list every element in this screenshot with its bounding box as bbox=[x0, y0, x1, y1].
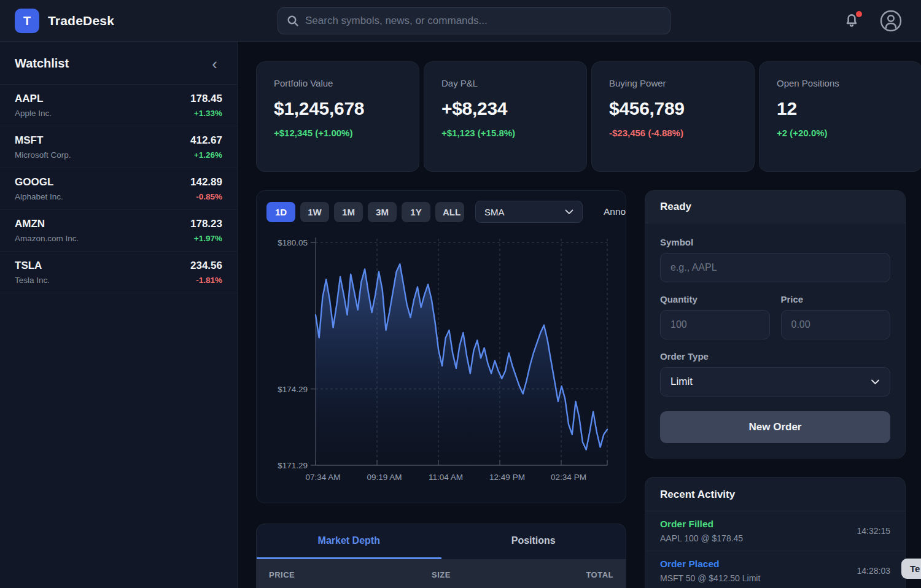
price: 178.45 bbox=[190, 93, 222, 105]
watchlist-row-aapl[interactable]: AAPL Apple Inc. 178.45 +1.33% bbox=[0, 85, 237, 126]
global-search[interactable] bbox=[278, 7, 670, 34]
stat-label: Portfolio Value bbox=[274, 78, 402, 88]
price-input[interactable] bbox=[781, 310, 891, 339]
company-name: Amazon.com Inc. bbox=[15, 234, 79, 243]
price-label: Price bbox=[781, 294, 891, 304]
timeframe-button-1d[interactable]: 1D bbox=[266, 202, 295, 222]
notification-dot bbox=[856, 11, 862, 17]
timeframe-button-1y[interactable]: 1Y bbox=[402, 202, 430, 222]
chart-toolbar: 1D 1W 1M 3M 1Y ALL SMA Annotate bbox=[266, 201, 616, 223]
symbol-input[interactable] bbox=[660, 253, 890, 282]
column-total: TOTAL bbox=[499, 570, 613, 579]
activity-time: 14:28:03 bbox=[857, 566, 891, 576]
toast-notification[interactable]: Te bbox=[901, 559, 921, 579]
new-order-button[interactable]: New Order bbox=[660, 411, 890, 443]
svg-text:12:49 PM: 12:49 PM bbox=[489, 473, 525, 482]
recent-activity-card: Recent Activity Order Filled AAPL 100 @ … bbox=[645, 477, 906, 588]
app-title: TradeDesk bbox=[48, 14, 114, 28]
order-type-value: Limit bbox=[670, 376, 693, 388]
svg-text:09:19 AM: 09:19 AM bbox=[367, 473, 402, 482]
notifications-button[interactable] bbox=[844, 12, 861, 30]
search-icon bbox=[287, 15, 299, 27]
stat-card-portfolio-value: Portfolio Value $1,245,678 +$12,345 (+1.… bbox=[256, 61, 419, 172]
column-size: SIZE bbox=[384, 570, 499, 579]
indicator-select[interactable]: SMA bbox=[475, 201, 583, 223]
timeframe-button-3m[interactable]: 3M bbox=[368, 202, 397, 222]
stat-label: Open Positions bbox=[777, 78, 904, 88]
ticker-symbol: MSFT bbox=[15, 134, 71, 147]
stat-value: +$8,234 bbox=[441, 98, 569, 119]
company-name: Alphabet Inc. bbox=[15, 192, 63, 201]
change-percent: +1.26% bbox=[190, 150, 222, 160]
tab-positions[interactable]: Positions bbox=[441, 524, 626, 559]
activity-row-order-placed[interactable]: Order Placed MSFT 50 @ $412.50 Limit 14:… bbox=[645, 551, 905, 588]
change-percent: +1.33% bbox=[190, 109, 222, 118]
chevron-down-icon bbox=[871, 379, 880, 385]
order-status: Ready bbox=[645, 191, 905, 223]
bottom-tabs: Market Depth Positions bbox=[257, 524, 626, 559]
timeframe-button-1w[interactable]: 1W bbox=[300, 202, 329, 222]
main-content: Portfolio Value $1,245,678 +$12,345 (+1.… bbox=[238, 42, 921, 588]
depth-table-header: PRICE SIZE TOTAL bbox=[257, 559, 626, 588]
timeframe-button-1m[interactable]: 1M bbox=[334, 202, 363, 222]
stat-card-open-positions: Open Positions 12 +2 (+20.0%) bbox=[759, 61, 921, 172]
symbol-label: Symbol bbox=[660, 237, 890, 247]
order-type-select[interactable]: Limit bbox=[660, 367, 890, 397]
svg-text:$171.29: $171.29 bbox=[278, 461, 308, 470]
price: 234.56 bbox=[190, 260, 222, 272]
stats-row: Portfolio Value $1,245,678 +$12,345 (+1.… bbox=[256, 61, 921, 172]
svg-text:07:34 AM: 07:34 AM bbox=[305, 473, 340, 482]
collapse-sidebar-icon[interactable]: ‹ bbox=[207, 58, 222, 69]
svg-text:$174.29: $174.29 bbox=[278, 385, 308, 394]
stat-label: Buying Power bbox=[609, 78, 737, 88]
change-percent: -1.81% bbox=[190, 276, 222, 285]
brand[interactable]: T TradeDesk bbox=[15, 9, 114, 33]
activity-row-order-filled[interactable]: Order Filled AAPL 100 @ $178.45 14:32:15 bbox=[645, 511, 905, 551]
watchlist-row-amzn[interactable]: AMZN Amazon.com Inc. 178.23 +1.97% bbox=[0, 210, 237, 252]
top-nav: T TradeDesk bbox=[0, 0, 921, 42]
watchlist-row-tsla[interactable]: TSLA Tesla Inc. 234.56 -1.81% bbox=[0, 252, 237, 293]
tab-market-depth[interactable]: Market Depth bbox=[257, 524, 441, 559]
stat-value: $1,245,678 bbox=[274, 98, 402, 119]
watchlist-sidebar: Watchlist ‹ AAPL Apple Inc. 178.45 +1.33… bbox=[0, 42, 238, 588]
indicator-value: SMA bbox=[484, 207, 505, 217]
app-logo: T bbox=[15, 9, 39, 33]
svg-text:02:34 PM: 02:34 PM bbox=[551, 473, 586, 482]
stat-change: +$12,345 (+1.00%) bbox=[274, 128, 402, 138]
ticker-symbol: GOOGL bbox=[15, 176, 63, 188]
annotate-label[interactable]: Annotate bbox=[604, 206, 626, 217]
company-name: Apple Inc. bbox=[15, 109, 52, 118]
price: 178.23 bbox=[190, 218, 222, 230]
svg-text:11:04 AM: 11:04 AM bbox=[429, 473, 463, 482]
quantity-input[interactable] bbox=[660, 310, 770, 339]
order-ticket-card: Ready Symbol Quantity Price bbox=[645, 190, 906, 458]
svg-text:$180.05: $180.05 bbox=[278, 238, 308, 247]
change-percent: +1.97% bbox=[190, 234, 222, 243]
activity-detail: MSFT 50 @ $412.50 Limit bbox=[660, 573, 760, 583]
column-price: PRICE bbox=[269, 570, 384, 579]
activity-type: Order Placed bbox=[660, 559, 760, 570]
activity-type: Order Filled bbox=[660, 519, 743, 530]
activity-time: 14:32:15 bbox=[857, 526, 891, 536]
stat-change: -$23,456 (-4.88%) bbox=[609, 128, 737, 138]
user-avatar-icon[interactable] bbox=[879, 9, 903, 33]
recent-activity-title: Recent Activity bbox=[645, 478, 905, 511]
market-depth-card: Market Depth Positions PRICE SIZE TOTAL bbox=[256, 524, 626, 588]
search-input[interactable] bbox=[305, 15, 661, 27]
company-name: Microsoft Corp. bbox=[15, 150, 71, 160]
stat-value: 12 bbox=[777, 98, 904, 119]
company-name: Tesla Inc. bbox=[15, 276, 50, 285]
ticker-symbol: AAPL bbox=[15, 93, 52, 105]
timeframe-button-all[interactable]: ALL bbox=[435, 202, 464, 222]
ticker-symbol: TSLA bbox=[15, 260, 50, 272]
watchlist-row-msft[interactable]: MSFT Microsoft Corp. 412.67 +1.26% bbox=[0, 126, 237, 168]
price-chart[interactable]: $180.05$174.29$171.2907:34 AM09:19 AM11:… bbox=[266, 230, 617, 493]
quantity-label: Quantity bbox=[660, 294, 770, 304]
stat-label: Day P&L bbox=[441, 78, 569, 88]
watchlist-row-googl[interactable]: GOOGL Alphabet Inc. 142.89 -0.85% bbox=[0, 168, 237, 210]
change-percent: -0.85% bbox=[190, 192, 222, 201]
price: 142.89 bbox=[190, 176, 222, 188]
price: 412.67 bbox=[190, 134, 222, 147]
price-chart-card: 1D 1W 1M 3M 1Y ALL SMA Annotate $180.05$… bbox=[256, 190, 626, 503]
stat-card-day-pnl: Day P&L +$8,234 +$1,123 (+15.8%) bbox=[424, 61, 587, 172]
